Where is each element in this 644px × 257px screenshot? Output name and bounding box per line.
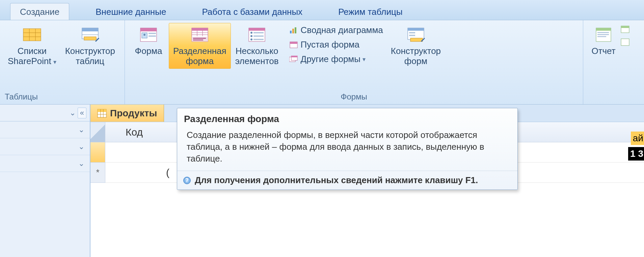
group-reports-label [587,100,641,104]
svg-rect-32 [290,31,292,33]
navigation-pane: ⌄ « ⌄ ⌄ ⌄ [0,105,90,257]
svg-rect-36 [290,42,297,44]
blank-form-label: Пустая форма [301,39,359,50]
tooltip-title: Разделенная форма [177,108,517,126]
ribbon-tabs: Создание Внешние данные Работа с базами … [0,0,644,20]
tooltip-footer-text: Для получения дополнительных сведений на… [195,175,478,185]
svg-point-30 [250,38,252,40]
form-button[interactable]: Форма [128,23,169,59]
svg-rect-10 [140,28,157,31]
tooltip-body: Создание разделенной формы, в верхней ча… [177,126,517,171]
chevron-down-icon: ⌄ [78,125,84,134]
svg-point-28 [250,35,252,37]
pivot-chart-button[interactable]: Сводная диаграмма [285,23,386,37]
svg-point-12 [143,34,145,36]
svg-rect-6 [82,28,98,31]
svg-rect-49 [597,36,606,37]
form-designer-icon [406,25,425,44]
report-icon [594,25,613,44]
split-form-button[interactable]: Разделенная форма [169,23,231,69]
ribbon: Списки SharePoint Конструктор таблиц Таб… [0,20,644,105]
blank-form-button[interactable]: Пустая форма [285,37,386,52]
table-designer-button[interactable]: Конструктор таблиц [61,23,119,69]
document-tab-products[interactable]: Продукты [90,105,164,122]
partial-text-1: ай [631,132,644,145]
sharepoint-lists-button[interactable]: Списки SharePoint [3,23,61,69]
table-designer-label: Конструктор таблиц [65,46,115,66]
svg-rect-21 [192,37,208,41]
split-form-icon [190,25,209,44]
split-form-label: Разделенная форма [173,46,226,66]
svg-rect-47 [597,32,609,33]
svg-rect-0 [23,29,41,41]
tooltip-footer: ? Для получения дополнительных сведений … [177,171,517,190]
nav-section-1[interactable]: ⌄ [0,121,90,138]
forms-small-buttons: Сводная диаграмма Пустая форма Другие фо… [283,23,386,66]
help-icon: ? [183,177,191,184]
tab-create[interactable]: Создание [10,3,69,20]
row-selector-1[interactable] [90,142,105,163]
svg-rect-29 [253,35,264,37]
sharepoint-lists-label: Списки SharePoint [8,46,56,66]
svg-rect-46 [596,28,611,31]
report-button[interactable]: Отчет [587,23,620,59]
table-designer-icon [81,25,100,44]
svg-rect-33 [292,29,294,33]
row-headers: * [90,122,105,183]
nav-section-3[interactable]: ⌄ [0,155,90,172]
svg-rect-48 [597,34,609,35]
svg-point-26 [250,32,252,34]
report-label: Отчет [591,46,615,56]
report-small-icon-2[interactable] [620,38,630,47]
partial-text-2: 1 3 [628,147,644,161]
svg-rect-34 [295,27,296,33]
tab-database-tools[interactable]: Работа с базами данных [192,3,312,20]
svg-rect-25 [249,28,265,31]
report-small-icon-1[interactable] [620,25,630,34]
multiple-items-button[interactable]: Несколько элементов [231,23,283,69]
svg-rect-22 [193,38,206,39]
svg-rect-51 [621,26,629,28]
group-tables: Списки SharePoint Конструктор таблиц Таб… [0,20,125,104]
svg-rect-44 [410,38,423,41]
row-selector-new[interactable]: * [90,163,105,183]
nav-header[interactable]: ⌄ « [0,105,90,121]
chevron-down-icon: ⌄ [78,142,84,151]
other-forms-button[interactable]: Другие формы [285,52,386,66]
group-reports: Отчет [583,20,644,104]
dropdown-icon[interactable]: ⌄ [70,109,76,117]
svg-rect-41 [408,28,424,31]
blank-form-icon [289,40,299,49]
group-forms-label: Формы [128,91,580,104]
multiple-items-label: Несколько элементов [235,46,279,66]
chevron-down-icon: ⌄ [78,159,84,168]
svg-rect-14 [149,35,156,37]
tab-table-mode[interactable]: Режим таблицы [329,3,412,20]
svg-rect-16 [192,28,208,31]
svg-rect-39 [291,56,297,57]
datasheet-icon [97,109,107,118]
svg-rect-43 [409,35,415,36]
svg-rect-31 [253,39,264,40]
group-forms: Форма Разделенная форма Несколько элемен… [125,20,583,104]
svg-rect-27 [253,32,264,33]
super-tooltip: Разделенная форма Создание разделенной ф… [177,108,518,190]
other-forms-label: Другие формы [301,54,360,64]
svg-rect-54 [98,109,106,112]
pivot-chart-icon [289,26,299,35]
form-designer-button[interactable]: Конструктор форм [386,23,445,69]
group-tables-label: Таблицы [3,91,121,104]
svg-rect-13 [149,33,156,34]
form-icon [139,25,158,44]
svg-rect-8 [84,37,96,40]
document-tab-label: Продукты [110,108,157,119]
select-all-corner[interactable] [90,122,105,142]
nav-section-2[interactable]: ⌄ [0,138,90,155]
form-label: Форма [135,46,162,56]
multiple-items-icon [247,25,266,44]
collapse-nav-button[interactable]: « [78,108,86,118]
tab-external-data[interactable]: Внешние данные [86,3,176,20]
svg-rect-23 [193,39,203,40]
svg-rect-52 [621,39,629,46]
table-yellow-icon [23,25,42,44]
